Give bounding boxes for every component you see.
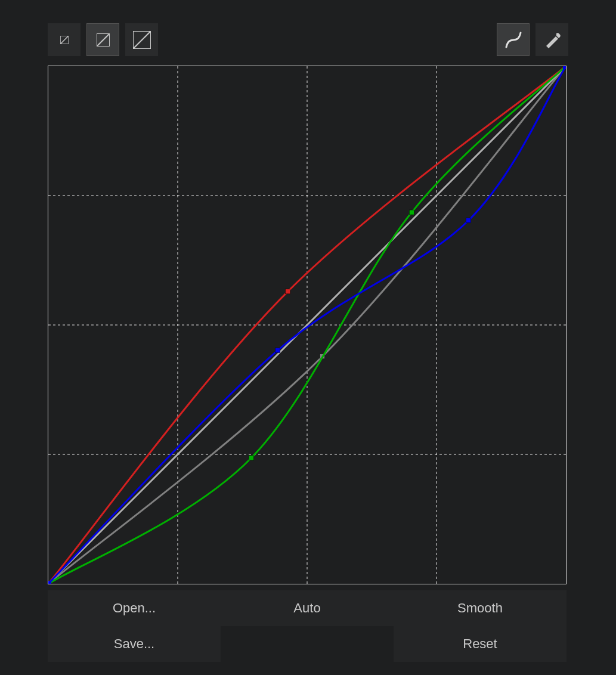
svg-rect-17 [276, 348, 280, 353]
curve-mode-button[interactable] [497, 23, 530, 56]
curve-view-small-icon [60, 36, 69, 44]
draw-mode-button[interactable] [535, 23, 568, 56]
svg-rect-18 [466, 218, 471, 223]
curve-plot [48, 66, 566, 584]
reset-button[interactable]: Reset [394, 626, 567, 662]
curve-view-small-button[interactable] [48, 23, 81, 56]
tone-curve-panel: Open... Auto Smooth Save... Reset [0, 0, 616, 675]
svg-rect-15 [409, 210, 414, 215]
curve-canvas[interactable] [48, 66, 567, 584]
save-button[interactable]: Save... [48, 626, 221, 662]
auto-button[interactable]: Auto [221, 590, 394, 626]
svg-rect-14 [249, 456, 253, 460]
svg-line-5 [133, 31, 151, 49]
curve-view-medium-button[interactable] [86, 23, 119, 56]
curve-view-large-icon [133, 31, 151, 49]
curve-buttons-grid: Open... Auto Smooth Save... Reset [48, 590, 567, 662]
svg-rect-2 [97, 33, 110, 47]
pencil-icon [544, 32, 561, 48]
svg-line-3 [97, 33, 110, 47]
svg-rect-0 [60, 36, 69, 44]
open-button[interactable]: Open... [48, 590, 221, 626]
view-size-toolbar [48, 23, 158, 56]
curve-mode-icon [504, 31, 522, 49]
svg-line-1 [60, 36, 69, 44]
svg-rect-4 [133, 31, 151, 49]
curve-view-medium-icon [97, 33, 110, 47]
blank-cell [221, 626, 394, 662]
svg-rect-13 [286, 289, 290, 294]
curve-mode-toolbar [497, 23, 568, 56]
curve-view-large-button[interactable] [125, 23, 158, 56]
smooth-button[interactable]: Smooth [394, 590, 567, 626]
